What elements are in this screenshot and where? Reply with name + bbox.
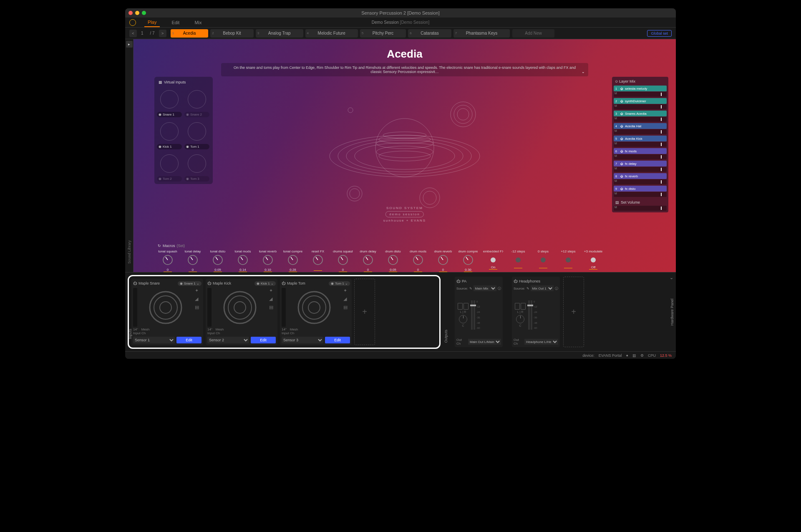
pan-knob[interactable] xyxy=(516,315,524,323)
power-icon[interactable]: ⏻ xyxy=(133,281,137,285)
sparkle-icon[interactable]: ✦ xyxy=(269,288,275,294)
virtual-input-pad[interactable] xyxy=(184,88,209,111)
tab-play[interactable]: Play xyxy=(144,18,160,27)
sound-library-label[interactable]: Sound Library xyxy=(127,240,131,264)
layer-item[interactable]: 8⏻fx reverb xyxy=(614,173,667,179)
output-ch-select[interactable]: Main Out L/Main xyxy=(468,339,501,345)
drum-zone-display[interactable] xyxy=(213,288,267,327)
pencil-icon[interactable]: ✎ xyxy=(469,287,472,290)
pan-knob[interactable] xyxy=(459,315,467,323)
set-tab[interactable]: 6Cataratas xyxy=(408,29,451,38)
expand-sidebar-button[interactable]: ▸ xyxy=(126,41,133,48)
sparkle-icon[interactable]: ✦ xyxy=(343,288,349,294)
macro-knob[interactable] xyxy=(162,254,174,266)
collapse-panel-button[interactable]: ⌄ xyxy=(670,275,673,280)
virtual-input-label[interactable]: ◉Snare 2 xyxy=(184,112,209,117)
layer-item[interactable]: 1⏻selesta melody xyxy=(614,86,667,91)
macro-knob[interactable] xyxy=(287,254,299,266)
layer-volume-slider[interactable]: M xyxy=(614,129,667,134)
virtual-input-pad[interactable] xyxy=(157,88,182,111)
layer-volume-slider[interactable]: M xyxy=(614,167,667,172)
maximize-icon[interactable] xyxy=(142,11,146,15)
layout-icon[interactable]: ▥ xyxy=(632,353,636,358)
pencil-icon[interactable]: ✎ xyxy=(526,287,529,290)
layer-volume-slider[interactable]: M xyxy=(614,92,667,97)
virtual-input-pad[interactable] xyxy=(157,152,182,175)
macro-toggle[interactable] xyxy=(541,257,546,262)
macro-toggle[interactable] xyxy=(491,257,496,262)
set-tab[interactable]: 7Phantasma Keys xyxy=(453,29,510,38)
edit-button[interactable]: Edit xyxy=(251,337,276,343)
macro-knob[interactable] xyxy=(362,254,374,266)
signal-icon[interactable]: ◢ xyxy=(269,296,275,302)
macro-knob[interactable] xyxy=(187,254,199,266)
macro-knob[interactable] xyxy=(462,254,474,266)
signal-icon[interactable]: ◢ xyxy=(343,296,349,302)
power-icon[interactable]: ⏻ xyxy=(620,162,623,165)
layer-volume-slider[interactable]: M xyxy=(614,104,667,109)
next-page-button[interactable]: > xyxy=(159,30,166,37)
signal-icon[interactable]: ◢ xyxy=(195,296,201,302)
macro-knob[interactable] xyxy=(387,254,399,266)
power-icon[interactable]: ⏻ xyxy=(620,112,623,115)
prev-page-button[interactable]: < xyxy=(129,30,137,37)
sensor-select[interactable]: Sensor 2 xyxy=(207,337,249,343)
virtual-input-label[interactable]: ◉Tom 3 xyxy=(184,176,209,182)
output-ch-select[interactable]: Headphone L/He xyxy=(524,339,558,345)
input-assign[interactable]: ◉Tom 1 ⌄ xyxy=(329,281,350,286)
sparkle-icon[interactable]: ✦ xyxy=(195,288,201,294)
hardware-panel-label[interactable]: Hardware Panel xyxy=(670,298,674,325)
tab-mix[interactable]: Mix xyxy=(191,18,205,27)
layer-item[interactable]: 9⏻fx disto xyxy=(614,186,667,192)
layer-volume-slider[interactable]: M xyxy=(614,179,667,184)
power-icon[interactable]: ⏻ xyxy=(620,187,623,190)
add-input-button[interactable]: + xyxy=(354,279,375,345)
power-icon[interactable]: ⏻ xyxy=(514,279,517,283)
bars-icon[interactable]: ▤ xyxy=(343,305,349,310)
macro-knob[interactable] xyxy=(437,254,449,266)
source-select[interactable]: Mix Out 1 xyxy=(531,285,554,291)
sensor-select[interactable]: Sensor 1 xyxy=(133,337,175,343)
layer-volume-slider[interactable]: M xyxy=(614,154,667,159)
layer-item[interactable]: 2⏻synthDulcimer xyxy=(614,98,667,104)
virtual-input-label[interactable]: ◉Tom 1 xyxy=(184,144,209,149)
virtual-input-pad[interactable] xyxy=(184,120,209,143)
macro-knob[interactable] xyxy=(412,254,424,266)
set-tab[interactable]: 4Melodic Future xyxy=(305,29,358,38)
output-faders[interactable] xyxy=(471,300,475,330)
gear-icon[interactable]: ⚙ xyxy=(640,353,644,358)
layer-item[interactable]: 4⏻Acedia Hat xyxy=(614,123,667,129)
input-assign[interactable]: ◉Kick 1 ⌄ xyxy=(254,281,276,286)
output-faders[interactable] xyxy=(528,300,532,330)
set-tab[interactable]: 5Pitchy Perc xyxy=(360,29,406,38)
macro-knob[interactable] xyxy=(337,254,349,266)
layer-item[interactable]: 6⏻fx mods xyxy=(614,148,667,154)
global-set-button[interactable]: Global set xyxy=(647,30,672,37)
info-icon[interactable]: ⓘ xyxy=(555,286,558,291)
minimize-icon[interactable] xyxy=(135,11,139,15)
virtual-input-pad[interactable] xyxy=(157,120,182,143)
power-icon[interactable]: ⏻ xyxy=(456,279,460,283)
macro-knob[interactable] xyxy=(237,254,249,266)
bars-icon[interactable]: ▤ xyxy=(195,305,201,310)
macro-knob[interactable] xyxy=(262,254,274,266)
add-output-button[interactable]: + xyxy=(563,277,584,347)
power-icon[interactable]: ⏻ xyxy=(620,100,623,103)
layer-item[interactable]: 7⏻fx delay xyxy=(614,161,667,166)
power-icon[interactable]: ⏻ xyxy=(282,281,285,285)
power-icon[interactable]: ⏻ xyxy=(620,87,623,90)
power-icon[interactable]: ⏻ xyxy=(620,137,623,140)
macro-toggle[interactable] xyxy=(591,257,596,262)
power-icon[interactable]: ⏻ xyxy=(207,281,211,285)
set-volume-slider[interactable]: M xyxy=(614,206,667,211)
set-tab[interactable]: 2Bebop Kit xyxy=(210,29,253,38)
layer-item[interactable]: 3⏻Snares Acedia xyxy=(614,111,667,116)
layer-item[interactable]: 5⏻Acedia Kick xyxy=(614,136,667,141)
edit-button[interactable]: Edit xyxy=(325,337,350,343)
power-icon[interactable]: ⏻ xyxy=(620,150,623,153)
power-icon[interactable]: ⏻ xyxy=(620,125,623,128)
virtual-input-label[interactable]: ◉Kick 1 xyxy=(157,144,182,149)
macro-toggle[interactable] xyxy=(566,257,571,262)
info-icon[interactable]: ⓘ xyxy=(498,286,501,291)
input-assign[interactable]: ◉Snare 1 ⌄ xyxy=(178,281,202,286)
